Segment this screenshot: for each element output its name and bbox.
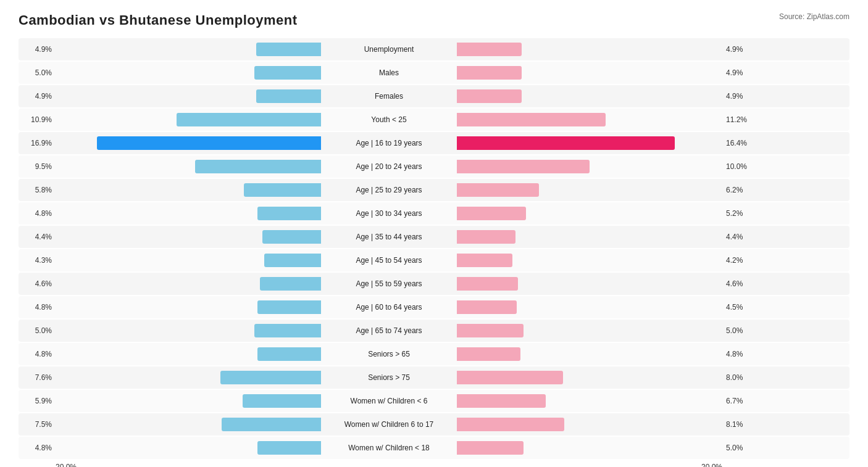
left-bar	[244, 183, 321, 197]
row-label: Age | 60 to 64 years	[321, 303, 457, 312]
left-bar	[254, 66, 321, 80]
right-bar	[457, 418, 564, 431]
row-label: Women w/ Children 6 to 17	[321, 420, 457, 429]
right-bar	[457, 160, 590, 173]
left-bar	[264, 254, 321, 267]
left-value: 5.9%	[19, 397, 56, 405]
row-label: Age | 55 to 59 years	[321, 279, 457, 288]
right-value: 6.2%	[722, 186, 759, 194]
left-value: 4.6%	[19, 279, 56, 288]
left-bar-area	[56, 136, 321, 150]
bar-row: 4.6% Age | 55 to 59 years 4.6%	[19, 273, 849, 295]
left-value: 7.6%	[19, 373, 56, 382]
right-bar	[457, 207, 526, 220]
row-inner: 4.9% Females 4.9%	[19, 86, 849, 107]
right-bar	[457, 277, 518, 291]
right-bar-area	[457, 347, 722, 361]
right-value: 5.2%	[722, 209, 759, 218]
left-value: 5.0%	[19, 68, 56, 77]
right-bar	[457, 230, 515, 244]
right-bar	[457, 136, 675, 150]
bar-row: 4.9% Unemployment 4.9%	[19, 38, 849, 60]
left-bar	[257, 300, 321, 314]
row-label: Age | 45 to 54 years	[321, 256, 457, 265]
left-bar-area	[56, 89, 321, 103]
right-bar-area	[457, 89, 722, 103]
right-bar	[457, 254, 512, 267]
chart-header: Cambodian vs Bhutanese Unemployment Sour…	[19, 12, 849, 28]
right-value: 4.6%	[722, 279, 759, 288]
left-value: 16.9%	[19, 139, 56, 147]
left-bar	[195, 160, 321, 173]
row-label: Age | 35 to 44 years	[321, 233, 457, 241]
row-label: Seniors > 65	[321, 350, 457, 358]
left-bar-area	[56, 394, 321, 408]
chart-title: Cambodian vs Bhutanese Unemployment	[19, 12, 297, 28]
row-label: Males	[321, 68, 457, 77]
right-bar-area	[457, 371, 722, 384]
right-bar-area	[457, 300, 722, 314]
row-label: Women w/ Children < 6	[321, 397, 457, 405]
row-inner: 4.9% Unemployment 4.9%	[19, 39, 849, 60]
right-bar	[457, 66, 522, 80]
row-label: Females	[321, 92, 457, 101]
right-value: 4.2%	[722, 256, 759, 265]
left-bar	[243, 394, 321, 408]
axis-row: 20.0% 20.0%	[19, 463, 849, 467]
bar-row: 7.6% Seniors > 75 8.0%	[19, 366, 849, 389]
right-value: 11.2%	[722, 115, 759, 124]
row-inner: 5.9% Women w/ Children < 6 6.7%	[19, 391, 849, 411]
bar-row: 5.0% Age | 65 to 74 years 5.0%	[19, 320, 849, 342]
row-label: Age | 30 to 34 years	[321, 209, 457, 218]
row-inner: 5.0% Age | 65 to 74 years 5.0%	[19, 320, 849, 341]
left-bar-area	[56, 183, 321, 197]
bar-row: 7.5% Women w/ Children 6 to 17 8.1%	[19, 413, 849, 436]
left-value: 9.5%	[19, 162, 56, 171]
row-inner: 5.8% Age | 25 to 29 years 6.2%	[19, 180, 849, 200]
chart-body: 4.9% Unemployment 4.9% 5.0% Males	[19, 38, 849, 459]
row-inner: 5.0% Males 4.9%	[19, 62, 849, 83]
row-inner: 4.8% Seniors > 65 4.8%	[19, 344, 849, 365]
left-bar	[222, 418, 321, 431]
left-bar-area	[56, 277, 321, 291]
left-bar	[257, 347, 321, 361]
left-bar-area	[56, 207, 321, 220]
right-bar	[457, 324, 524, 337]
right-value: 4.5%	[722, 303, 759, 312]
right-value: 6.7%	[722, 397, 759, 405]
left-value: 4.3%	[19, 256, 56, 265]
right-value: 4.9%	[722, 68, 759, 77]
row-label: Age | 20 to 24 years	[321, 162, 457, 171]
left-value: 7.5%	[19, 420, 56, 429]
row-label: Age | 16 to 19 years	[321, 139, 457, 147]
right-bar-area	[457, 394, 722, 408]
left-bar-area	[56, 113, 321, 126]
left-value: 5.0%	[19, 326, 56, 335]
left-bar	[260, 277, 321, 291]
bar-row: 10.9% Youth < 25 11.2%	[19, 109, 849, 131]
left-bar-area	[56, 300, 321, 314]
right-value: 4.9%	[722, 45, 759, 54]
right-value: 10.0%	[722, 162, 759, 171]
bar-row: 5.0% Males 4.9%	[19, 62, 849, 84]
left-bar-area	[56, 371, 321, 384]
bar-row: 4.4% Age | 35 to 44 years 4.4%	[19, 226, 849, 248]
row-inner: 10.9% Youth < 25 11.2%	[19, 109, 849, 130]
row-inner: 4.8% Age | 30 to 34 years 5.2%	[19, 203, 849, 224]
left-bar	[257, 441, 321, 455]
right-bar	[457, 441, 524, 455]
right-value: 8.0%	[722, 373, 759, 382]
left-value: 4.8%	[19, 303, 56, 312]
chart-source: Source: ZipAtlas.com	[779, 12, 849, 21]
right-bar-area	[457, 66, 722, 80]
left-value: 4.9%	[19, 45, 56, 54]
row-inner: 4.6% Age | 55 to 59 years 4.6%	[19, 273, 849, 294]
right-value: 4.8%	[722, 350, 759, 358]
left-bar-area	[56, 66, 321, 80]
right-bar	[457, 43, 522, 56]
row-inner: 16.9% Age | 16 to 19 years 16.4%	[19, 133, 849, 154]
bar-row: 5.9% Women w/ Children < 6 6.7%	[19, 390, 849, 412]
left-bar-area	[56, 347, 321, 361]
right-bar-area	[457, 441, 722, 455]
right-value: 4.9%	[722, 92, 759, 101]
